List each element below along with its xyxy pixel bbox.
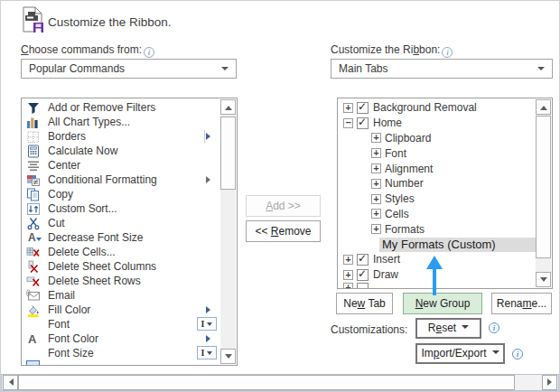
- chart-types-icon: [26, 116, 42, 129]
- tree-scrollbar[interactable]: [536, 99, 551, 287]
- tree-item-number[interactable]: +Number: [339, 176, 536, 191]
- command-list-item[interactable]: Delete Sheet Columns: [23, 259, 220, 274]
- submenu-arrow-icon[interactable]: [206, 335, 214, 342]
- tree-item-formats[interactable]: +Formats: [339, 221, 536, 237]
- command-list-item[interactable]: AFont Color: [23, 331, 220, 346]
- scroll-left-icon[interactable]: [3, 375, 18, 390]
- no-icon: [26, 347, 42, 360]
- checkbox[interactable]: ✓: [357, 269, 369, 281]
- expand-icon[interactable]: +: [343, 283, 353, 289]
- info-icon[interactable]: i: [489, 322, 499, 333]
- command-list-item[interactable]: Calculate Now: [23, 144, 220, 158]
- new-group-button[interactable]: New Group: [403, 293, 482, 314]
- command-label: Center: [48, 159, 80, 172]
- checkbox[interactable]: ✓: [357, 117, 369, 129]
- expand-icon[interactable]: +: [371, 148, 381, 158]
- command-list: Add or Remove FiltersAll Chart Types...B…: [21, 98, 238, 366]
- expand-icon[interactable]: +: [371, 133, 381, 143]
- choose-commands-dropdown[interactable]: Popular Commands: [21, 59, 237, 79]
- command-label: Borders: [48, 130, 86, 143]
- scrollbar-thumb[interactable]: [18, 375, 515, 390]
- expand-icon[interactable]: +: [371, 194, 381, 204]
- tree-item-draw[interactable]: +✓Draw: [339, 267, 536, 283]
- command-list-item[interactable]: All Chart Types...: [23, 115, 220, 129]
- command-list-item[interactable]: Delete Cells...: [23, 245, 220, 259]
- horizontal-scrollbar[interactable]: [1, 374, 559, 391]
- command-list-item[interactable]: Borders: [23, 129, 220, 144]
- add-button[interactable]: Add >>: [246, 195, 321, 217]
- scroll-up-icon[interactable]: [220, 99, 236, 115]
- command-list-item[interactable]: Cut: [23, 216, 220, 230]
- command-label: Cut: [48, 217, 65, 229]
- chevron-down-icon: [537, 67, 545, 74]
- command-list-scrollbar[interactable]: [220, 99, 236, 364]
- customize-ribbon-dropdown[interactable]: Main Tabs: [331, 59, 553, 79]
- email-icon: [26, 289, 42, 303]
- scroll-down-icon[interactable]: [220, 349, 236, 364]
- submenu-arrow-icon[interactable]: [206, 176, 214, 183]
- reset-button[interactable]: Reset: [415, 318, 481, 339]
- expand-icon[interactable]: +: [371, 209, 381, 219]
- info-icon[interactable]: i: [442, 47, 453, 58]
- checkbox[interactable]: ✓: [357, 254, 369, 266]
- expand-icon[interactable]: +: [343, 270, 353, 280]
- expand-icon[interactable]: +: [343, 103, 353, 113]
- command-list-item[interactable]: Copy: [23, 187, 220, 201]
- tree-item-cells[interactable]: +Cells: [339, 207, 536, 222]
- submenu-arrow-icon[interactable]: [206, 133, 214, 140]
- new-tab-button[interactable]: New Tab: [336, 293, 393, 314]
- remove-button[interactable]: << Remove: [246, 220, 321, 242]
- tree-item-alignment[interactable]: +Alignment: [339, 161, 536, 176]
- rename-button[interactable]: Rename...: [491, 293, 552, 314]
- tree-item-background-removal[interactable]: +✓Background Removal: [339, 100, 536, 116]
- fill-color-icon: [26, 303, 42, 317]
- command-list-item[interactable]: Fill Color: [23, 303, 220, 317]
- command-list-item[interactable]: Add or Remove Filters: [23, 100, 220, 115]
- scroll-right-icon[interactable]: [542, 375, 557, 390]
- command-label: Decrease Font Size: [48, 231, 143, 244]
- expand-icon[interactable]: +: [371, 163, 381, 173]
- checkmark-icon: ✓: [358, 267, 367, 280]
- collapse-icon[interactable]: −: [343, 118, 353, 128]
- command-label: Calculate Now: [48, 145, 117, 157]
- info-icon[interactable]: i: [144, 47, 154, 58]
- checkbox[interactable]: [357, 283, 369, 289]
- command-list-item[interactable]: FontI: [23, 317, 220, 331]
- expand-icon[interactable]: +: [371, 179, 381, 189]
- scroll-up-icon[interactable]: [536, 99, 551, 115]
- ibeam-dropdown[interactable]: I: [197, 346, 217, 359]
- tree-item-styles[interactable]: +Styles: [339, 191, 536, 207]
- info-icon[interactable]: i: [512, 349, 523, 359]
- command-list-item[interactable]: Email: [23, 288, 220, 303]
- command-list-item[interactable]: Custom Sort...: [23, 201, 220, 216]
- checkbox[interactable]: ✓: [357, 102, 369, 114]
- no-icon: [26, 318, 42, 331]
- tree-item-clipboard[interactable]: +Clipboard: [339, 131, 536, 146]
- ibeam-dropdown[interactable]: I: [197, 317, 217, 331]
- custom-sort-icon: [26, 202, 42, 216]
- tree-item[interactable]: +: [339, 283, 536, 289]
- tree-item-font[interactable]: +Font: [339, 145, 536, 161]
- command-list-item[interactable]: [23, 360, 220, 366]
- command-list-item[interactable]: Font SizeI: [23, 346, 220, 360]
- command-list-item[interactable]: Conditional Formatting: [23, 173, 220, 187]
- delete-cells-icon: [26, 246, 42, 259]
- scroll-down-icon[interactable]: [536, 272, 551, 287]
- expand-icon[interactable]: +: [371, 224, 381, 234]
- expand-icon[interactable]: +: [343, 255, 353, 265]
- import-export-button[interactable]: Import/Export: [415, 343, 505, 364]
- tree-item-label: Font: [385, 146, 406, 161]
- command-list-item[interactable]: Center: [23, 158, 220, 173]
- command-list-item[interactable]: ADecrease Font Size: [23, 230, 220, 245]
- tree-item-label: Draw: [373, 267, 398, 282]
- scrollbar-thumb[interactable]: [536, 116, 551, 258]
- tree-item-home[interactable]: −✓Home: [339, 116, 536, 131]
- command-list-item[interactable]: Delete Sheet Rows: [23, 274, 220, 288]
- tree-item-my-formats-custom[interactable]: My Formats (Custom): [339, 237, 536, 252]
- tree-item-label: Alignment: [385, 162, 433, 176]
- command-label: Font Size: [48, 347, 94, 359]
- tree-item-label: Number: [385, 176, 424, 191]
- scrollbar-thumb[interactable]: [220, 117, 236, 190]
- checkmark-icon: ✓: [358, 100, 367, 113]
- submenu-arrow-icon[interactable]: [206, 306, 214, 313]
